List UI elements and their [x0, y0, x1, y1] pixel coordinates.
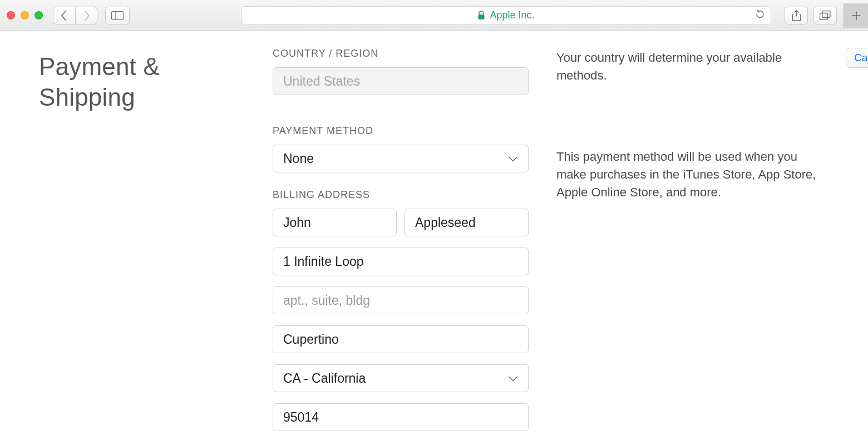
state-select[interactable]: CA - California [273, 364, 529, 392]
description-column: Your country will determine your availab… [556, 48, 818, 431]
back-button[interactable] [53, 7, 75, 24]
new-tab-button[interactable] [844, 3, 868, 28]
form-column: COUNTRY / REGION United States PAYMENT M… [273, 48, 529, 431]
reload-button[interactable] [755, 9, 765, 22]
payment-section: PAYMENT METHOD None BILLING ADDRESS CA -… [273, 125, 529, 431]
country-description: Your country will determine your availab… [556, 48, 818, 85]
chevron-down-icon [508, 151, 518, 166]
chevron-left-icon [61, 11, 68, 21]
unit-field[interactable] [273, 286, 529, 314]
browser-toolbar: Apple Inc. [0, 0, 868, 31]
plus-icon [851, 11, 861, 21]
lock-icon [477, 11, 485, 20]
first-name-field[interactable] [273, 209, 397, 236]
svg-rect-0 [112, 11, 124, 19]
street-field[interactable] [273, 248, 529, 275]
reload-icon [755, 9, 765, 19]
tabs-icon [820, 11, 831, 20]
payment-method-value: None [283, 151, 314, 166]
country-section: COUNTRY / REGION United States [273, 48, 529, 95]
cancel-button[interactable]: Cancel [846, 48, 868, 68]
address-bar-label: Apple Inc. [490, 9, 534, 21]
tabs-button[interactable] [813, 7, 837, 24]
forward-button[interactable] [75, 7, 97, 24]
chevron-right-icon [83, 11, 90, 21]
toolbar-right [785, 7, 861, 24]
country-value: United States [283, 74, 360, 89]
billing-address-fields: CA - California [273, 209, 529, 431]
chevron-down-icon [508, 371, 518, 386]
page-title-line1: Payment & [39, 53, 160, 80]
svg-rect-3 [820, 13, 828, 20]
page-content: Payment & Shipping COUNTRY / REGION Unit… [0, 31, 868, 431]
address-bar[interactable]: Apple Inc. [241, 6, 771, 25]
payment-method-label: PAYMENT METHOD [273, 125, 529, 137]
last-name-field[interactable] [405, 209, 529, 236]
city-field[interactable] [273, 325, 529, 353]
country-field: United States [273, 67, 529, 95]
nav-buttons [53, 7, 97, 24]
minimize-window-button[interactable] [21, 11, 29, 19]
actions: Cancel Save [846, 48, 868, 431]
zip-field[interactable] [273, 403, 529, 431]
payment-description: This payment method will be used when yo… [556, 147, 818, 201]
zoom-window-button[interactable] [34, 11, 43, 19]
share-icon [792, 10, 801, 21]
page-title-line2: Shipping [39, 83, 135, 111]
sidebar-toggle-button[interactable] [105, 7, 130, 24]
payment-method-select[interactable]: None [273, 145, 529, 172]
state-value: CA - California [283, 371, 366, 386]
close-window-button[interactable] [7, 11, 15, 19]
window-controls [7, 11, 43, 19]
share-button[interactable] [785, 7, 808, 24]
country-label: COUNTRY / REGION [273, 48, 529, 60]
svg-rect-4 [822, 11, 830, 18]
sidebar-icon [111, 11, 124, 20]
page-title: Payment & Shipping [39, 48, 245, 112]
billing-address-label: BILLING ADDRESS [273, 189, 529, 201]
page-title-block: Payment & Shipping [39, 48, 245, 431]
svg-rect-2 [479, 14, 485, 19]
